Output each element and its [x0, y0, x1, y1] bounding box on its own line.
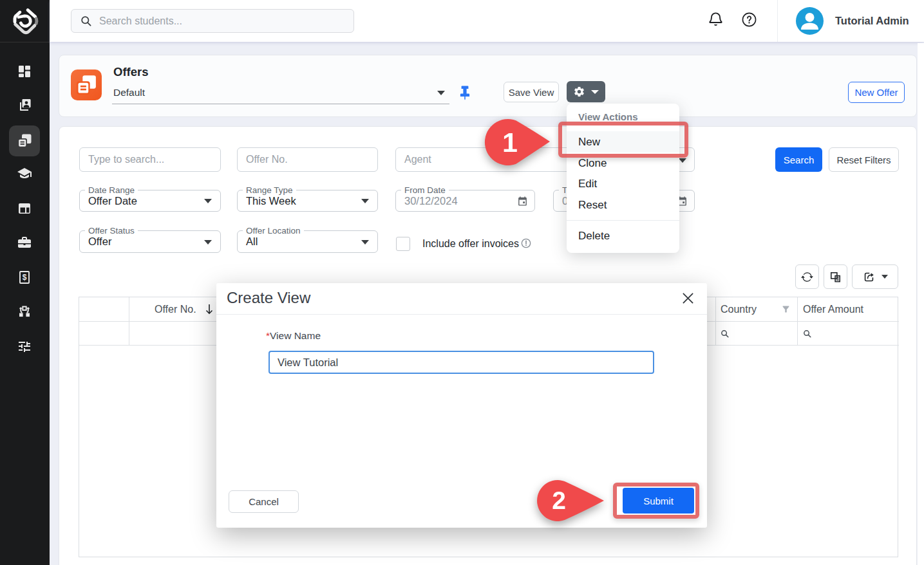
svg-text:2: 2 [552, 486, 566, 514]
svg-text:$: $ [23, 273, 27, 282]
svg-text:1: 1 [502, 127, 518, 158]
